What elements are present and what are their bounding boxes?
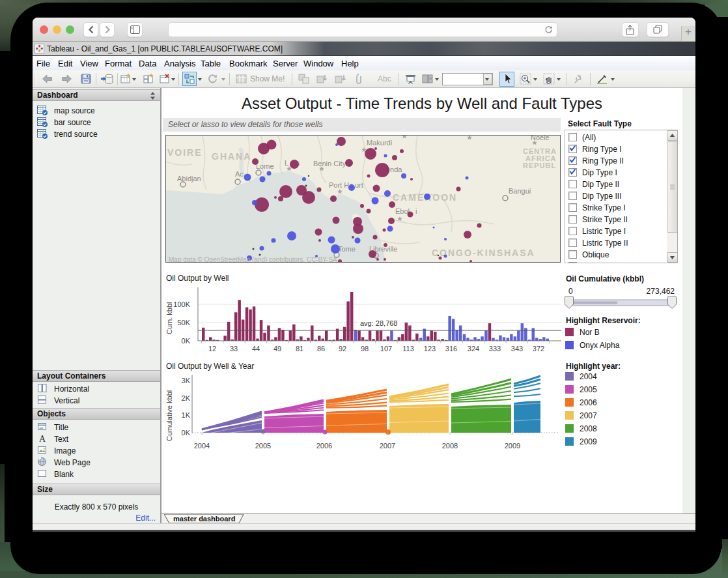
svg-text:Ac: Ac: [235, 170, 244, 178]
svg-text:Benin City: Benin City: [313, 160, 346, 167]
svg-text:i: i: [415, 207, 417, 215]
svg-text:Bangui: Bangui: [509, 187, 531, 195]
svg-text:CONGO-KINSHASA: CONGO-KINSHASA: [432, 248, 535, 258]
svg-text:A: A: [39, 434, 46, 443]
svg-text:VOIRE: VOIRE: [167, 147, 203, 158]
svg-text:Tome: Tome: [338, 245, 356, 253]
svg-text:avg: 28,768: avg: 28,768: [360, 319, 398, 327]
svg-text:Makurdi: Makurdi: [367, 139, 392, 147]
svg-text:GHANA: GHANA: [212, 151, 251, 162]
svg-text:Noele: Noele: [531, 136, 550, 141]
svg-text:Abidjan: Abidjan: [177, 175, 201, 182]
svg-text:Lome: Lome: [256, 162, 274, 170]
svg-text:REPUBL: REPUBL: [523, 162, 556, 169]
svg-text:Map data © OpenStreetMap (and): Map data © OpenStreetMap (and) contribut…: [169, 256, 337, 262]
svg-text:urt: urt: [355, 181, 363, 189]
svg-text:L: L: [285, 159, 288, 167]
